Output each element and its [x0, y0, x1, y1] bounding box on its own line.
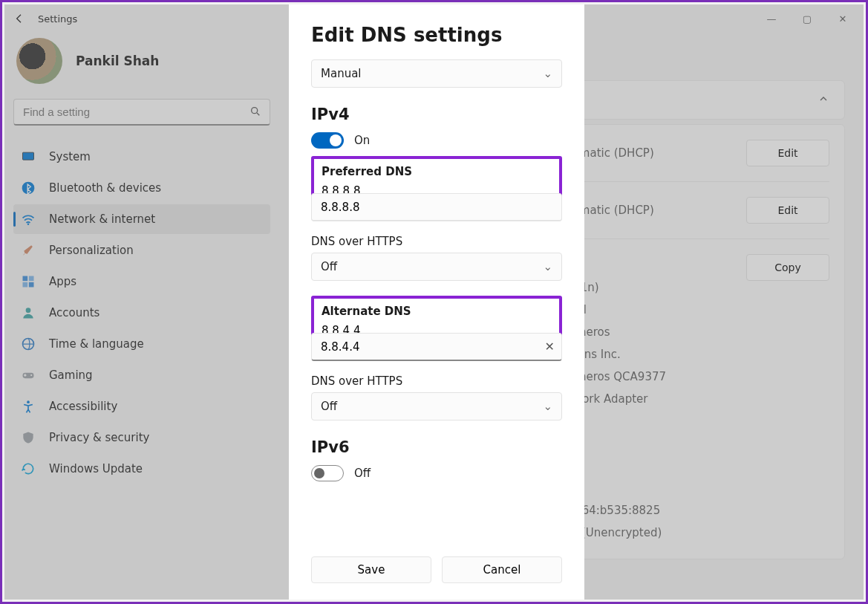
settings-window: Settings — ▢ ✕ Pankil Shah System [0, 0, 868, 604]
ipv6-heading: IPv6 [311, 438, 562, 456]
doh1-select[interactable]: Off ⌄ [311, 253, 562, 281]
dialog-footer: Save Cancel [311, 546, 562, 583]
doh1-value: Off [321, 260, 337, 273]
ipv4-toggle[interactable] [311, 132, 344, 149]
chevron-down-icon: ⌄ [543, 260, 552, 273]
doh2-label: DNS over HTTPS [311, 374, 562, 388]
ipv4-heading: IPv4 [311, 105, 562, 123]
dialog-title: Edit DNS settings [311, 24, 562, 46]
ipv6-toggle-label: Off [354, 467, 371, 480]
preferred-dns-input[interactable] [311, 193, 562, 221]
preferred-dns-label: Preferred DNS [322, 165, 552, 178]
doh1-label: DNS over HTTPS [311, 235, 562, 248]
edit-dns-dialog: Edit DNS settings Manual ⌄ IPv4 On Prefe… [289, 4, 584, 600]
dns-mode-value: Manual [321, 67, 362, 80]
doh2-select[interactable]: Off ⌄ [311, 392, 562, 420]
ipv4-toggle-label: On [354, 134, 370, 147]
chevron-down-icon: ⌄ [543, 67, 552, 80]
alternate-dns-input[interactable] [311, 333, 562, 361]
clear-icon[interactable]: ✕ [545, 340, 555, 354]
chevron-down-icon: ⌄ [543, 400, 552, 413]
ipv6-toggle[interactable] [311, 465, 344, 481]
cancel-button[interactable]: Cancel [442, 556, 562, 583]
save-button[interactable]: Save [311, 556, 431, 583]
doh2-value: Off [321, 400, 337, 413]
dns-mode-select[interactable]: Manual ⌄ [311, 59, 562, 88]
alternate-dns-label: Alternate DNS [322, 305, 552, 318]
ipv6-toggle-row: Off [311, 465, 562, 481]
ipv4-toggle-row: On [311, 132, 562, 149]
